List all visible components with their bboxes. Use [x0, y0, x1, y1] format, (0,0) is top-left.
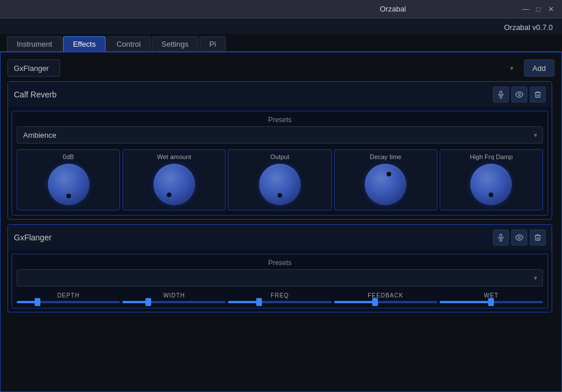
knob-label-wet-amount: Wet amount — [157, 153, 191, 160]
maximize-button[interactable]: □ — [534, 5, 542, 13]
slider-handle-depth[interactable] — [35, 298, 40, 306]
effect-title-gx-flanger: GxFlanger — [14, 233, 51, 242]
main-window: Orzabal v0.7.0 Instrument Effects Contro… — [0, 18, 562, 392]
sliders-row-gx-flanger: DEPTH WIDTH — [17, 292, 543, 303]
slider-track-width — [122, 301, 226, 303]
app-version: Orzabal v0.7.0 — [504, 23, 553, 32]
knob-high-frq-damp[interactable] — [470, 164, 512, 205]
knob-dot-output — [278, 193, 282, 198]
mic-icon — [497, 91, 505, 99]
slider-handle-width[interactable] — [145, 298, 151, 306]
effect-body-gx-flanger: Presets Preset 1 Preset 2 DEPTH — [12, 254, 548, 308]
slider-container-freq: FREQ — [228, 292, 331, 303]
knob-container-high-frq-damp: High Frq Damp — [440, 149, 543, 210]
knob-output[interactable] — [259, 164, 301, 205]
titlebar-title: Orzabal — [264, 5, 522, 13]
slider-container-width: WIDTH — [122, 292, 226, 303]
slider-track-wet — [440, 301, 543, 303]
content-area: GxFlanger Calf Reverb Chorus Delay Add C… — [0, 52, 562, 392]
knob-dot-high-frq-damp — [489, 193, 493, 197]
knob-container-0db: 0dB — [17, 149, 120, 210]
knob-wet-amount[interactable] — [153, 164, 195, 205]
knob-container-wet-amount: Wet amount — [122, 149, 226, 210]
trash-icon — [534, 91, 542, 99]
effect-header-calf-reverb: Calf Reverb — [8, 82, 552, 107]
slider-fill-wet — [440, 301, 492, 303]
effect-controls-calf-reverb — [493, 86, 546, 103]
knob-dot-decay-time — [387, 172, 391, 176]
slider-label-width: WIDTH — [163, 292, 185, 299]
knob-dot-wet-amount — [167, 193, 171, 197]
slider-label-depth: DEPTH — [57, 292, 80, 299]
knob-0db[interactable] — [48, 164, 89, 205]
mic-button-calf-reverb[interactable] — [493, 86, 509, 103]
effect-card-gx-flanger: GxFlanger — [8, 224, 552, 312]
svg-rect-4 — [500, 234, 502, 238]
slider-container-depth: DEPTH — [17, 292, 120, 303]
slider-container-wet: WET — [440, 292, 543, 303]
tab-control[interactable]: Control — [107, 36, 151, 51]
effect-select-wrapper: GxFlanger Calf Reverb Chorus Delay — [8, 59, 519, 77]
slider-container-feedback: FEEDBACK — [334, 292, 437, 303]
knob-label-0db: 0dB — [63, 153, 74, 160]
effect-title-calf-reverb: Calf Reverb — [14, 90, 57, 99]
knob-label-high-frq-damp: High Frq Damp — [470, 153, 513, 160]
slider-handle-wet[interactable] — [488, 298, 494, 306]
tab-effects[interactable]: Effects — [63, 36, 106, 51]
delete-button-gx-flanger[interactable] — [530, 229, 546, 246]
knob-dot-0db — [66, 194, 71, 198]
preset-select-wrapper-gx-flanger: Preset 1 Preset 2 — [17, 269, 543, 287]
effects-container: Calf Reverb — [8, 81, 554, 385]
knobs-row-calf-reverb: 0dB Wet amount Output — [17, 149, 543, 210]
preset-select-calf-reverb[interactable]: Ambience Room Hall Cathedral — [17, 126, 543, 144]
slider-handle-feedback[interactable] — [372, 298, 378, 306]
slider-label-freq: FREQ — [271, 292, 289, 299]
svg-point-3 — [518, 93, 520, 96]
slider-track-freq — [228, 301, 331, 303]
tab-bar: Instrument Effects Control Settings Pi — [0, 34, 562, 52]
eye-button-gx-flanger[interactable] — [511, 229, 527, 246]
dropdown-row: GxFlanger Calf Reverb Chorus Delay Add — [8, 59, 554, 77]
tab-pi[interactable]: Pi — [200, 36, 226, 51]
effect-controls-gx-flanger — [493, 229, 546, 246]
delete-button-calf-reverb[interactable] — [530, 86, 546, 103]
mic-icon-2 — [497, 233, 505, 242]
slider-fill-width — [122, 301, 148, 303]
effect-select[interactable]: GxFlanger Calf Reverb Chorus Delay — [8, 59, 60, 77]
titlebar-controls: — □ ✕ — [522, 5, 555, 13]
effect-card-calf-reverb: Calf Reverb — [8, 81, 552, 220]
effect-body-calf-reverb: Presets Ambience Room Hall Cathedral 0dB — [12, 111, 548, 216]
slider-track-depth — [17, 301, 120, 303]
preset-select-gx-flanger[interactable]: Preset 1 Preset 2 — [17, 269, 543, 287]
svg-point-7 — [518, 236, 520, 239]
knob-container-decay-time: Decay time — [334, 149, 437, 210]
effect-header-gx-flanger: GxFlanger — [8, 225, 552, 250]
knob-container-output: Output — [228, 149, 331, 210]
slider-fill-freq — [228, 301, 259, 303]
add-effect-button[interactable]: Add — [524, 59, 554, 77]
knob-label-decay-time: Decay time — [370, 153, 402, 160]
slider-handle-freq[interactable] — [256, 298, 262, 306]
titlebar: Orzabal — □ ✕ — [0, 0, 562, 18]
knob-label-output: Output — [270, 153, 289, 160]
top-bar: Orzabal v0.7.0 — [0, 18, 562, 34]
eye-icon-2 — [515, 233, 523, 242]
preset-select-wrapper-calf-reverb: Ambience Room Hall Cathedral — [17, 126, 543, 144]
tab-instrument[interactable]: Instrument — [7, 36, 62, 51]
eye-button-calf-reverb[interactable] — [511, 86, 527, 103]
mic-button-gx-flanger[interactable] — [493, 229, 509, 246]
minimize-button[interactable]: — — [522, 5, 530, 13]
knob-decay-time[interactable] — [365, 164, 406, 205]
slider-track-feedback — [334, 301, 437, 303]
slider-fill-feedback — [334, 301, 376, 303]
presets-label-calf-reverb: Presets — [17, 116, 543, 124]
tab-settings[interactable]: Settings — [152, 36, 198, 51]
presets-label-gx-flanger: Presets — [17, 259, 543, 267]
svg-rect-0 — [500, 91, 502, 95]
eye-icon — [515, 91, 523, 99]
trash-icon-2 — [534, 233, 542, 242]
close-button[interactable]: ✕ — [547, 5, 555, 13]
